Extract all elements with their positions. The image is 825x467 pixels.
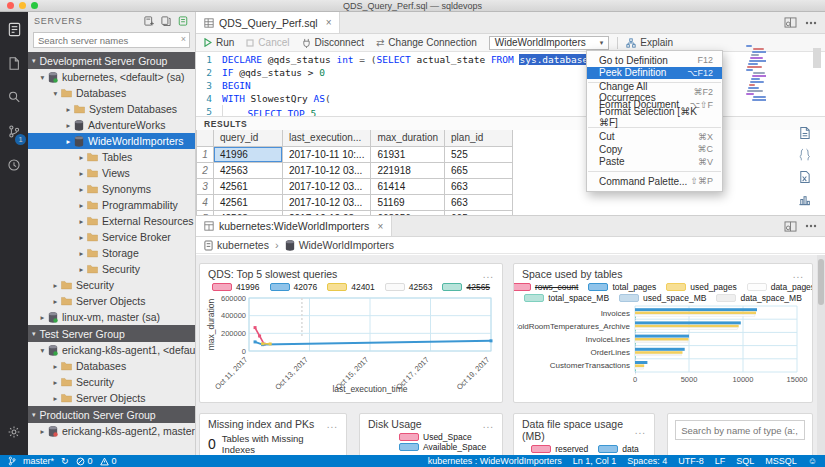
tree-item[interactable]: ▾erickang-k8s-agent1, <default> (sa) [28, 342, 195, 358]
disconnect-button[interactable]: Disconnect [302, 37, 364, 48]
object-search-input[interactable] [675, 420, 805, 440]
card-menu-icon[interactable]: ... [793, 269, 804, 280]
encoding[interactable]: UTF-8 [678, 455, 704, 467]
table-row[interactable]: 2425632017-10-12 03...221918665 [197, 162, 513, 178]
tree-item[interactable]: ▸Synonyms [28, 181, 195, 197]
cancel-button[interactable]: Cancel [246, 37, 289, 48]
menu-item[interactable]: Format Selection [⌘K ⌘F] [587, 111, 722, 124]
table-cell[interactable]: 42561 [214, 194, 283, 210]
dashboard-scrollbar[interactable] [817, 255, 825, 456]
code-line[interactable]: 1DECLARE @qds_status int = (SELECT actua… [196, 53, 825, 66]
server-search-input[interactable] [34, 35, 189, 46]
editor-scrollbar[interactable] [813, 48, 821, 68]
errors-count[interactable]: 0 [88, 455, 93, 467]
tree-item[interactable]: ▸Tables [28, 149, 195, 165]
tree-item[interactable]: ▸AdventureWorks [28, 117, 195, 133]
minimap[interactable] [746, 45, 766, 109]
tree-group-header[interactable]: ▾Production Server Group [28, 406, 195, 423]
menu-item[interactable]: Paste⌘V [587, 156, 722, 169]
table-cell[interactable]: 2017-10-12 03... [283, 194, 371, 210]
table-cell[interactable]: 525 [445, 146, 513, 162]
legend-item[interactable]: 41996 [212, 282, 260, 292]
table-cell[interactable]: 61931 [371, 146, 445, 162]
tree-item[interactable]: ▸Server Objects [28, 293, 195, 309]
task-history-view-icon[interactable] [0, 148, 28, 182]
close-tab-icon[interactable]: × [377, 221, 383, 232]
change-connection-button[interactable]: ⇄ Change Connection [376, 37, 477, 48]
git-branch-icon[interactable] [8, 456, 16, 466]
menu-item[interactable]: Go to DefinitionF12 [587, 54, 722, 67]
tab-dashboard[interactable]: kubernetes:WideWorldImporters × [196, 216, 392, 236]
search-view-icon[interactable] [0, 80, 28, 114]
column-header[interactable]: max_duration [371, 130, 445, 146]
tree-item[interactable]: ▸Views [28, 165, 195, 181]
explain-button[interactable]: Explain [626, 37, 673, 48]
tree-item[interactable]: ▸Security [28, 277, 195, 293]
legend-item[interactable]: 42401 [327, 282, 375, 292]
legend-item[interactable]: rows_count [513, 282, 578, 292]
run-button[interactable]: Run [204, 37, 234, 48]
tree-group-header[interactable]: ▾Test Server Group [28, 325, 195, 342]
more-actions-icon[interactable] [805, 21, 817, 25]
save-as-excel-icon[interactable] [794, 166, 814, 188]
language-mode[interactable]: SQL [736, 455, 754, 467]
tree-item[interactable]: ▾Databases [28, 85, 195, 101]
cursor-position[interactable]: Ln 1, Col 1 [573, 455, 617, 467]
tree-item[interactable]: ▸erickang-k8s-agent2, master (sa) [28, 423, 195, 439]
row-number-header[interactable] [197, 130, 214, 146]
space-bar-chart[interactable]: 050001000015000InvoicesColdRoomTemperatu… [517, 303, 809, 385]
tree-item[interactable]: ▸Security [28, 374, 195, 390]
table-cell[interactable]: 663 [445, 178, 513, 194]
errors-icon[interactable] [76, 457, 85, 466]
breadcrumb-server[interactable]: kubernetes [217, 239, 269, 251]
code-line[interactable]: 2IF @qds_status > 0 [196, 66, 825, 79]
code-editor[interactable]: 1DECLARE @qds_status int = (SELECT actua… [196, 53, 825, 116]
tree-item[interactable]: ▸External Resources [28, 213, 195, 229]
qds-line-chart[interactable]: 0200000400000600000Oct 11, 2017Oct 13, 2… [205, 292, 497, 396]
save-as-csv-icon[interactable] [794, 122, 814, 144]
table-cell[interactable]: 663 [445, 194, 513, 210]
view-as-chart-icon[interactable] [794, 188, 814, 210]
legend-item[interactable]: 42563 [385, 282, 433, 292]
split-editor-icon[interactable] [784, 221, 797, 232]
sync-icon[interactable]: ↻ [61, 455, 69, 467]
legend-item[interactable]: reserved [531, 444, 588, 454]
table-cell[interactable]: 42563 [214, 162, 283, 178]
save-as-json-icon[interactable] [794, 144, 814, 166]
split-editor-icon[interactable] [784, 17, 797, 28]
warnings-count[interactable]: 0 [112, 455, 117, 467]
new-server-group-icon[interactable] [160, 15, 172, 27]
source-control-view-icon[interactable]: 1 [0, 114, 28, 148]
code-line[interactable]: 3BEGIN [196, 79, 825, 92]
provider-mode[interactable]: MSSQL [765, 455, 797, 467]
table-cell[interactable]: 2017-10-12 03... [283, 178, 371, 194]
menu-item[interactable]: Peek Definition⌥F12 [587, 67, 722, 80]
column-header[interactable]: last_execution... [283, 130, 371, 146]
connection-status[interactable]: kubernetes : WideWorldImporters [428, 455, 562, 467]
indent-setting[interactable]: Spaces: 4 [627, 455, 667, 467]
legend-item[interactable]: Available_Space [399, 442, 486, 452]
tree-item[interactable]: ▸Service Broker [28, 229, 195, 245]
code-line[interactable]: 4WITH SlowestQry AS( [196, 92, 825, 105]
table-row[interactable]: 4425612017-10-12 03...51169663 [197, 194, 513, 210]
table-cell[interactable]: 2017-10-11 10:... [283, 146, 371, 162]
table-cell[interactable]: 221918 [371, 162, 445, 178]
tree-item[interactable]: ▸Programmability [28, 197, 195, 213]
tab-qds-query-perf[interactable]: QDS_Query_Perf.sql × [196, 12, 340, 33]
legend-item[interactable]: data_space_MB [716, 293, 801, 303]
feedback-smiley-icon[interactable]: ☺ [808, 455, 817, 467]
column-header[interactable]: plan_id [445, 130, 513, 146]
tree-item[interactable]: ▸linux-vm, master (sa) [28, 309, 195, 325]
table-cell[interactable]: 665 [445, 162, 513, 178]
table-cell[interactable]: 42561 [214, 178, 283, 194]
settings-gear-icon[interactable] [0, 415, 28, 449]
table-row[interactable]: 1419962017-10-11 10:...61931525 [197, 146, 513, 162]
card-menu-icon[interactable]: ... [483, 269, 494, 280]
more-actions-icon[interactable] [805, 224, 817, 228]
legend-item[interactable]: Used_Space [399, 432, 472, 442]
legend-item[interactable]: total_pages [588, 282, 656, 292]
scrollbar-thumb[interactable] [818, 259, 824, 305]
tree-item[interactable]: ▸Server Objects [28, 390, 195, 406]
eol-setting[interactable]: LF [715, 455, 726, 467]
menu-item[interactable]: Cut⌘X [587, 131, 722, 144]
